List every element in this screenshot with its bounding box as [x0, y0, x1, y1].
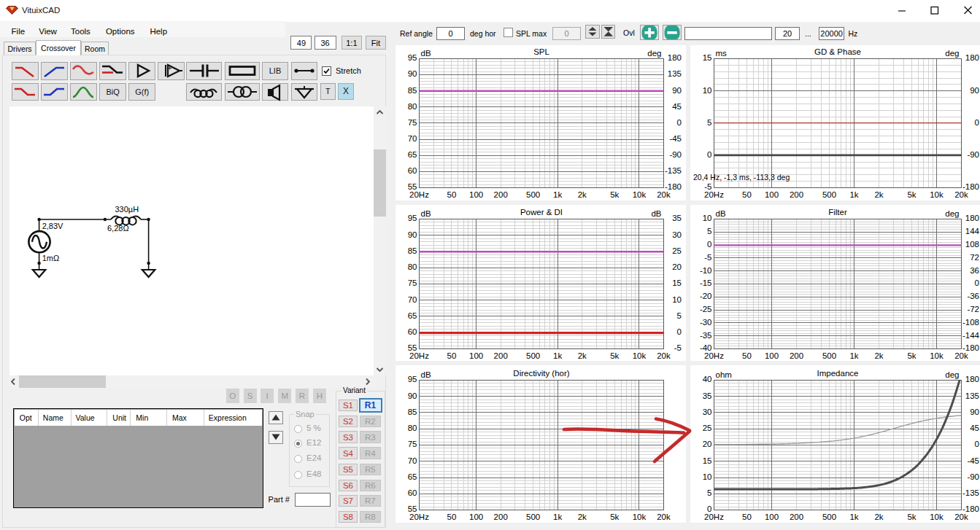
- svg-text:5k: 5k: [907, 513, 916, 521]
- svg-text:20Hz: 20Hz: [409, 351, 429, 360]
- svg-text:100: 100: [765, 190, 779, 199]
- svg-text:90: 90: [970, 408, 979, 416]
- svg-text:0: 0: [707, 150, 711, 159]
- svg-text:-5: -5: [674, 343, 682, 352]
- svg-text:6,28Ω: 6,28Ω: [107, 224, 129, 233]
- svg-text:75: 75: [408, 118, 417, 127]
- svg-text:0: 0: [677, 118, 682, 127]
- svg-text:+: +: [168, 64, 172, 72]
- svg-text:5: 5: [707, 227, 711, 235]
- svg-text:0: 0: [975, 440, 979, 448]
- svg-text:60: 60: [408, 327, 417, 336]
- svg-text:50: 50: [742, 351, 752, 360]
- svg-text:5k: 5k: [610, 513, 619, 521]
- svg-text:20k: 20k: [657, 190, 671, 199]
- svg-text:180: 180: [965, 375, 979, 383]
- svg-text:-90: -90: [669, 150, 682, 159]
- svg-text:-90: -90: [967, 150, 979, 159]
- svg-text:75: 75: [408, 278, 417, 287]
- svg-text:Directivity (hor): Directivity (hor): [513, 369, 569, 378]
- svg-text:5k: 5k: [610, 351, 619, 360]
- svg-text:-20: -20: [700, 292, 712, 300]
- svg-text:20k: 20k: [954, 513, 968, 521]
- svg-text:-45: -45: [669, 134, 682, 143]
- svg-text:80: 80: [408, 424, 417, 432]
- svg-text:1k: 1k: [849, 190, 858, 199]
- svg-text:10: 10: [672, 295, 682, 304]
- svg-text:108: 108: [965, 240, 979, 249]
- svg-text:dB: dB: [716, 209, 726, 218]
- svg-text:1k: 1k: [553, 513, 562, 521]
- svg-text:330µH: 330µH: [115, 205, 139, 214]
- svg-text:90: 90: [408, 230, 417, 239]
- svg-text:-72: -72: [967, 305, 979, 313]
- svg-text:90: 90: [672, 86, 682, 95]
- svg-text:30: 30: [672, 230, 682, 239]
- svg-text:5: 5: [707, 488, 711, 497]
- svg-text:10k: 10k: [930, 513, 944, 521]
- svg-text:35: 35: [703, 391, 712, 400]
- svg-text:50: 50: [447, 351, 457, 360]
- svg-text:20: 20: [703, 440, 712, 448]
- svg-text:100: 100: [765, 513, 779, 521]
- svg-text:500: 500: [526, 513, 540, 521]
- svg-text:20Hz: 20Hz: [409, 190, 429, 199]
- svg-text:10k: 10k: [930, 190, 944, 199]
- svg-text:2,83V: 2,83V: [42, 222, 63, 230]
- svg-text:5: 5: [677, 311, 682, 320]
- svg-text:144: 144: [965, 227, 980, 235]
- svg-text:90: 90: [970, 86, 979, 95]
- svg-text:200: 200: [790, 513, 803, 521]
- svg-text:GD & Phase: GD & Phase: [814, 47, 861, 56]
- svg-text:1k: 1k: [849, 351, 858, 360]
- svg-text:90: 90: [408, 69, 417, 78]
- svg-text:Impedance: Impedance: [817, 369, 859, 378]
- svg-text:1k: 1k: [553, 351, 562, 360]
- svg-text:20Hz: 20Hz: [409, 513, 429, 521]
- svg-text:100: 100: [469, 190, 483, 199]
- svg-text:20: 20: [672, 262, 682, 271]
- svg-text:5k: 5k: [610, 190, 619, 199]
- svg-text:-36: -36: [967, 292, 979, 300]
- svg-text:-25: -25: [700, 305, 712, 313]
- svg-text:2k: 2k: [578, 513, 587, 521]
- svg-text:SPL: SPL: [533, 47, 549, 56]
- svg-text:50: 50: [742, 190, 752, 199]
- svg-text:85: 85: [408, 246, 417, 255]
- svg-text:200: 200: [494, 513, 508, 521]
- svg-text:100: 100: [765, 351, 779, 360]
- svg-text:200: 200: [494, 190, 508, 199]
- svg-text:500: 500: [526, 190, 540, 199]
- svg-text:-35: -35: [700, 331, 712, 340]
- svg-text:-15: -15: [700, 278, 712, 287]
- svg-text:20k: 20k: [657, 351, 671, 360]
- svg-text:1mΩ: 1mΩ: [42, 254, 60, 262]
- svg-text:1k: 1k: [553, 190, 562, 199]
- svg-text:65: 65: [408, 472, 417, 481]
- svg-text:85: 85: [408, 408, 417, 416]
- svg-text:dB: dB: [421, 209, 431, 218]
- svg-text:72: 72: [970, 253, 979, 262]
- svg-text:-45: -45: [967, 456, 979, 465]
- svg-text:-30: -30: [700, 318, 712, 327]
- svg-text:dB: dB: [421, 370, 431, 379]
- svg-text:45: 45: [970, 424, 979, 432]
- svg-text:50: 50: [742, 513, 752, 521]
- svg-text:180: 180: [965, 214, 979, 222]
- svg-text:180: 180: [668, 53, 682, 62]
- svg-text:95: 95: [408, 375, 417, 383]
- svg-text:1k: 1k: [849, 513, 858, 521]
- svg-text:0: 0: [975, 118, 979, 127]
- svg-text:20,4 Hz, -1,3 ms, -113,3 deg: 20,4 Hz, -1,3 ms, -113,3 deg: [693, 173, 790, 182]
- svg-text:500: 500: [526, 351, 540, 360]
- svg-text:2k: 2k: [578, 351, 587, 360]
- svg-text:10k: 10k: [633, 351, 647, 360]
- svg-text:0: 0: [707, 240, 711, 249]
- svg-text:5k: 5k: [907, 351, 916, 360]
- svg-text:10k: 10k: [633, 190, 647, 199]
- svg-text:75: 75: [408, 440, 417, 448]
- svg-text:100: 100: [469, 351, 483, 360]
- svg-text:65: 65: [408, 311, 417, 320]
- svg-text:deg: deg: [945, 209, 959, 218]
- svg-text:50: 50: [447, 190, 457, 199]
